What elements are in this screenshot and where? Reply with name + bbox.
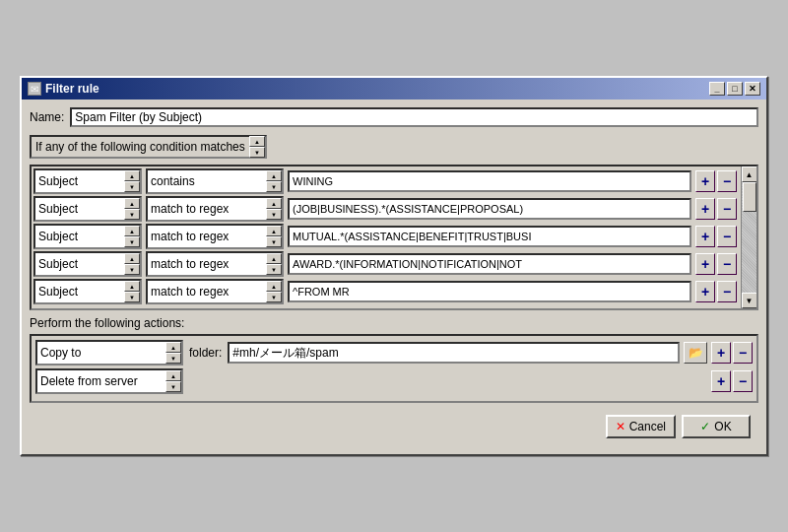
scroll-down-btn[interactable]: ▼ xyxy=(742,293,757,308)
add-row-5[interactable]: + xyxy=(695,281,715,302)
action-wrap-2: Delete from server Copy to Move to ▲ ▼ xyxy=(35,368,183,394)
op-select-5[interactable]: match to regexcontains xyxy=(148,281,266,302)
op-select-4[interactable]: match to regexcontains xyxy=(148,253,266,275)
filter-row-3: Subject ▲ ▼ match to regexcontains ▲ ▼ xyxy=(33,224,737,249)
field-wrap-1: Subject ▲ ▼ xyxy=(33,168,142,194)
op-spin-up-3[interactable]: ▲ xyxy=(266,226,282,236)
action-row-2: Delete from server Copy to Move to ▲ ▼ +… xyxy=(35,368,753,394)
window-icon: ✉ xyxy=(28,82,41,96)
op-select-2[interactable]: match to regexcontains xyxy=(148,198,266,220)
cancel-button[interactable]: ✕ Cancel xyxy=(606,415,676,438)
condition-select[interactable]: If any of the following condition matche… xyxy=(32,137,249,157)
actions-area: Copy to Move to Delete from server ▲ ▼ f… xyxy=(30,334,758,403)
action-select-1[interactable]: Copy to Move to Delete from server xyxy=(37,342,165,364)
dialog-buttons: ✕ Cancel ✓ OK xyxy=(30,411,758,446)
ok-button[interactable]: ✓ OK xyxy=(682,415,751,438)
remove-action-1[interactable]: − xyxy=(733,342,753,364)
add-row-2[interactable]: + xyxy=(695,198,715,220)
op-spin-down-5[interactable]: ▼ xyxy=(266,292,282,302)
remove-row-5[interactable]: − xyxy=(717,281,737,302)
op-wrap-4: match to regexcontains ▲ ▼ xyxy=(146,251,284,277)
field-spinner-2: ▲ ▼ xyxy=(124,198,140,220)
close-button[interactable]: ✕ xyxy=(745,82,760,96)
title-bar-buttons: _ □ ✕ xyxy=(709,82,760,96)
op-spin-up-4[interactable]: ▲ xyxy=(266,253,282,264)
op-spin-down-2[interactable]: ▼ xyxy=(266,209,282,220)
field-wrap-4: Subject ▲ ▼ xyxy=(33,251,142,277)
action-spin-up-2[interactable]: ▲ xyxy=(165,370,181,381)
remove-action-2[interactable]: − xyxy=(733,370,753,392)
action-select-2[interactable]: Delete from server Copy to Move to xyxy=(37,370,165,392)
action-spin-up-1[interactable]: ▲ xyxy=(165,342,181,353)
op-spinner-2: ▲ ▼ xyxy=(266,198,282,220)
field-select-5[interactable]: Subject xyxy=(35,281,124,302)
remove-row-2[interactable]: − xyxy=(717,198,737,220)
value-input-4[interactable] xyxy=(288,253,691,275)
name-label: Name: xyxy=(30,110,64,124)
condition-spinner: ▲ ▼ xyxy=(249,136,265,158)
add-row-4[interactable]: + xyxy=(695,253,715,275)
value-input-2[interactable] xyxy=(288,198,691,220)
action-spinner-2: ▲ ▼ xyxy=(165,370,181,392)
field-spinner-3: ▲ ▼ xyxy=(124,226,140,247)
field-select-3[interactable]: Subject xyxy=(35,226,124,247)
name-input[interactable] xyxy=(70,107,758,127)
field-spin-down-3[interactable]: ▼ xyxy=(124,236,140,247)
remove-row-4[interactable]: − xyxy=(717,253,737,275)
scroll-up-btn[interactable]: ▲ xyxy=(742,166,757,182)
field-select-1[interactable]: Subject xyxy=(35,170,124,192)
op-spin-down-3[interactable]: ▼ xyxy=(266,236,282,247)
scroll-thumb[interactable] xyxy=(743,182,756,212)
folder-input-1[interactable] xyxy=(228,342,680,364)
browse-folder-btn-1[interactable]: 📂 xyxy=(684,342,707,364)
condition-spin-up[interactable]: ▲ xyxy=(249,136,265,147)
cancel-icon: ✕ xyxy=(616,420,625,433)
minimize-button[interactable]: _ xyxy=(709,82,725,96)
value-input-3[interactable] xyxy=(288,226,691,247)
op-wrap-1: containsmatch to regex ▲ ▼ xyxy=(146,168,284,194)
field-select-4[interactable]: Subject xyxy=(35,253,124,275)
add-row-3[interactable]: + xyxy=(695,226,715,247)
op-select-1[interactable]: containsmatch to regex xyxy=(148,170,266,192)
action-wrap-1: Copy to Move to Delete from server ▲ ▼ xyxy=(35,340,183,366)
op-select-3[interactable]: match to regexcontains xyxy=(148,226,266,247)
op-spin-up-1[interactable]: ▲ xyxy=(266,170,282,181)
field-spin-down-1[interactable]: ▼ xyxy=(124,181,140,192)
remove-row-3[interactable]: − xyxy=(717,226,737,247)
folder-icon: 📂 xyxy=(689,346,703,360)
field-spin-down-5[interactable]: ▼ xyxy=(124,292,140,302)
op-spin-down-1[interactable]: ▼ xyxy=(266,181,282,192)
field-spin-up-1[interactable]: ▲ xyxy=(124,170,140,181)
field-select-2[interactable]: Subject xyxy=(35,198,124,220)
op-spin-up-2[interactable]: ▲ xyxy=(266,198,282,209)
value-input-5[interactable] xyxy=(288,281,691,302)
field-spin-up-5[interactable]: ▲ xyxy=(124,281,140,292)
op-spinner-4: ▲ ▼ xyxy=(266,253,282,275)
remove-row-1[interactable]: − xyxy=(717,170,737,192)
op-spin-down-4[interactable]: ▼ xyxy=(266,264,282,275)
op-spin-up-5[interactable]: ▲ xyxy=(266,281,282,292)
field-spin-down-2[interactable]: ▼ xyxy=(124,209,140,220)
action-spin-down-2[interactable]: ▼ xyxy=(165,381,181,392)
field-spin-down-4[interactable]: ▼ xyxy=(124,264,140,275)
ok-label: OK xyxy=(714,420,731,433)
add-action-2[interactable]: + xyxy=(711,370,731,392)
field-spin-up-3[interactable]: ▲ xyxy=(124,226,140,236)
condition-spin-down[interactable]: ▼ xyxy=(249,147,265,158)
field-spinner-5: ▲ ▼ xyxy=(124,281,140,302)
add-action-1[interactable]: + xyxy=(711,342,731,364)
add-row-1[interactable]: + xyxy=(695,170,715,192)
action-spinner-1: ▲ ▼ xyxy=(165,342,181,364)
maximize-button[interactable]: □ xyxy=(727,82,743,96)
title-bar-left: ✉ Filter rule xyxy=(28,82,99,96)
action-row-1: Copy to Move to Delete from server ▲ ▼ f… xyxy=(35,340,753,366)
filter-row-4: Subject ▲ ▼ match to regexcontains ▲ ▼ xyxy=(33,251,737,277)
filter-rule-window: ✉ Filter rule _ □ ✕ Name: If any of the … xyxy=(20,76,768,456)
field-spin-up-4[interactable]: ▲ xyxy=(124,253,140,264)
value-input-1[interactable] xyxy=(288,170,691,192)
filter-rows-container: Subject ▲ ▼ containsmatch to regex ▲ ▼ xyxy=(32,166,739,308)
field-spin-up-2[interactable]: ▲ xyxy=(124,198,140,209)
filter-table: Subject ▲ ▼ containsmatch to regex ▲ ▼ xyxy=(30,165,758,310)
action-spin-down-1[interactable]: ▼ xyxy=(165,353,181,364)
dialog-content: Name: If any of the following condition … xyxy=(22,100,766,454)
